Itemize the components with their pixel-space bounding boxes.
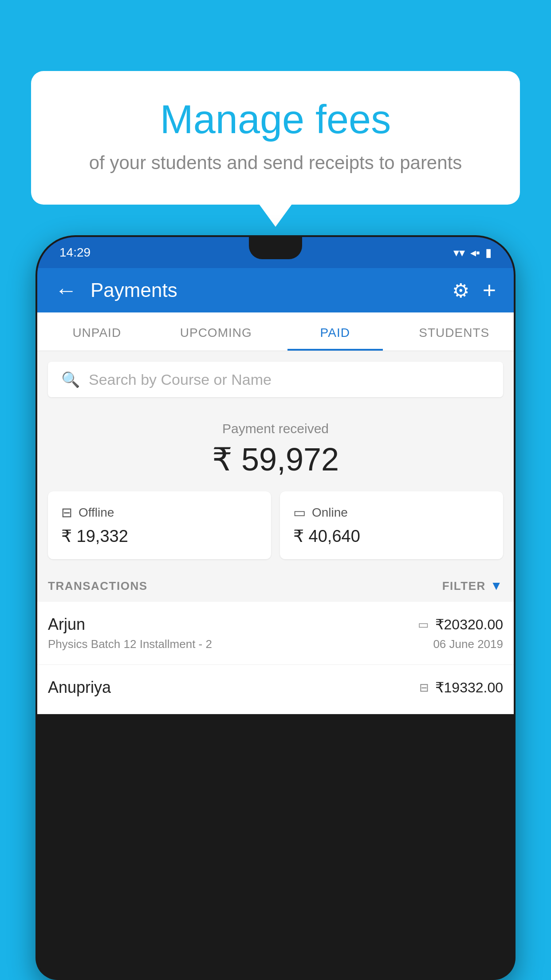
phone-frame: 14:29 ▾▾ ◂▪ ▮ ← Payments ⚙ + UNPAID UPCO… — [35, 235, 516, 980]
filter-icon: ▼ — [490, 579, 503, 593]
page-title: Payments — [91, 279, 452, 301]
transaction-amount-wrap: ⊟ ₹19332.00 — [419, 679, 503, 696]
offline-card: ⊟ Offline ₹ 19,332 — [48, 491, 271, 559]
online-card: ▭ Online ₹ 40,640 — [280, 491, 503, 559]
payment-received-label: Payment received — [48, 421, 503, 436]
battery-icon: ▮ — [485, 246, 492, 260]
speech-bubble-container: Manage fees of your students and send re… — [31, 71, 520, 205]
transaction-main: Arjun ▭ ₹20320.00 — [48, 615, 503, 634]
search-icon: 🔍 — [61, 371, 80, 388]
search-bar[interactable]: 🔍 Search by Course or Name — [48, 362, 503, 397]
back-button[interactable]: ← — [55, 277, 77, 303]
transaction-row[interactable]: Anupriya ⊟ ₹19332.00 — [37, 665, 514, 714]
bubble-subtitle: of your students and send receipts to pa… — [67, 152, 484, 174]
status-bar: 14:29 ▾▾ ◂▪ ▮ — [37, 237, 514, 268]
phone-screen: 🔍 Search by Course or Name Payment recei… — [37, 351, 514, 714]
transaction-date: 06 June 2019 — [433, 637, 503, 651]
transaction-name: Anupriya — [48, 678, 111, 697]
tab-paid[interactable]: PAID — [276, 312, 395, 351]
filter-button[interactable]: FILTER ▼ — [442, 579, 503, 593]
search-placeholder: Search by Course or Name — [89, 371, 272, 388]
payment-received-amount: ₹ 59,972 — [48, 441, 503, 478]
wifi-icon: ▾▾ — [453, 246, 465, 260]
transaction-row[interactable]: Arjun ▭ ₹20320.00 Physics Batch 12 Insta… — [37, 602, 514, 665]
online-label: Online — [312, 506, 348, 520]
offline-icon: ⊟ — [61, 505, 72, 520]
transactions-label: TRANSACTIONS — [48, 579, 148, 593]
tab-upcoming[interactable]: UPCOMING — [157, 312, 276, 351]
payment-received-section: Payment received ₹ 59,972 — [37, 408, 514, 491]
transaction-amount-wrap: ▭ ₹20320.00 — [418, 616, 503, 633]
transactions-header: TRANSACTIONS FILTER ▼ — [37, 570, 514, 602]
rupee-offline-icon: ⊟ — [419, 681, 429, 695]
status-time: 14:29 — [59, 245, 91, 260]
transaction-details: Physics Batch 12 Installment - 2 06 June… — [48, 637, 503, 651]
transaction-amount: ₹19332.00 — [435, 679, 503, 696]
tabs-bar: UNPAID UPCOMING PAID STUDENTS — [37, 312, 514, 351]
transaction-name: Arjun — [48, 615, 85, 634]
tab-unpaid[interactable]: UNPAID — [37, 312, 157, 351]
offline-label: Offline — [79, 506, 114, 520]
transaction-main: Anupriya ⊟ ₹19332.00 — [48, 678, 503, 697]
gear-icon[interactable]: ⚙ — [452, 279, 469, 302]
tab-students[interactable]: STUDENTS — [395, 312, 514, 351]
offline-card-header: ⊟ Offline — [61, 505, 258, 520]
online-icon: ▭ — [293, 505, 306, 520]
payment-cards-row: ⊟ Offline ₹ 19,332 ▭ Online ₹ 40,640 — [48, 491, 503, 559]
status-icons: ▾▾ ◂▪ ▮ — [453, 246, 492, 260]
app-header: ← Payments ⚙ + — [37, 268, 514, 312]
card-payment-icon: ▭ — [418, 618, 429, 632]
filter-label: FILTER — [442, 579, 486, 593]
bubble-title: Manage fees — [67, 98, 484, 142]
transaction-amount: ₹20320.00 — [435, 616, 503, 633]
phone-inner: 14:29 ▾▾ ◂▪ ▮ ← Payments ⚙ + UNPAID UPCO… — [37, 237, 514, 978]
add-button[interactable]: + — [483, 277, 496, 304]
speech-bubble: Manage fees of your students and send re… — [31, 71, 520, 205]
offline-amount: ₹ 19,332 — [61, 526, 258, 546]
online-amount: ₹ 40,640 — [293, 526, 490, 546]
signal-icon: ◂▪ — [470, 246, 480, 260]
transaction-course: Physics Batch 12 Installment - 2 — [48, 637, 212, 651]
notch — [249, 237, 302, 259]
online-card-header: ▭ Online — [293, 505, 490, 520]
